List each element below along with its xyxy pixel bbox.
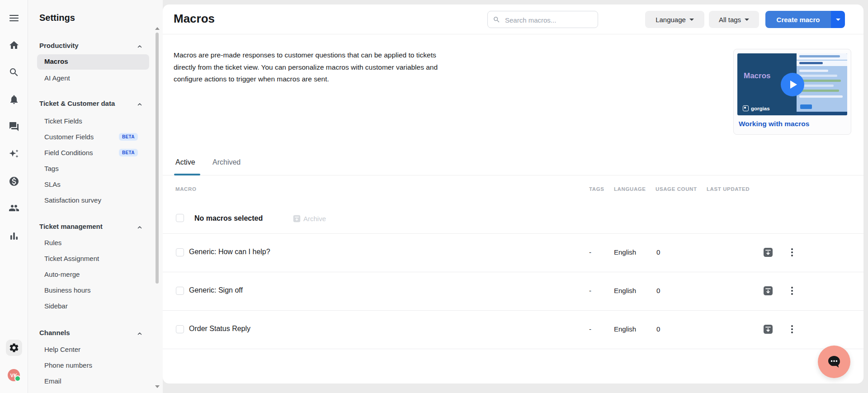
beta-badge: BETA	[119, 133, 138, 141]
cell-usage-count: 0	[656, 287, 660, 294]
brand-watermark: gorgias	[743, 105, 770, 111]
description-line: directly from the ticket view. You can p…	[174, 62, 438, 74]
tags-filter-button[interactable]: All tags	[709, 11, 759, 28]
sidebar-item-satisfaction-survey[interactable]: Satisfaction survey	[44, 195, 101, 205]
archive-icon	[763, 286, 773, 296]
chevron-down-icon	[836, 19, 840, 21]
cell-usage-count: 0	[656, 248, 660, 256]
statistics-chart-icon[interactable]	[9, 231, 19, 241]
sidebar-item-slas[interactable]: SLAs	[44, 179, 61, 189]
sidebar-item-help-center[interactable]: Help Center	[44, 344, 80, 355]
chevron-up-icon[interactable]	[137, 224, 142, 229]
play-button[interactable]	[781, 73, 804, 96]
sidebar-item-tags[interactable]: Tags	[44, 163, 59, 174]
sidebar-item-customer-fields[interactable]: Customer Fields	[44, 132, 94, 142]
create-macro-button[interactable]: Create macro	[765, 11, 831, 28]
conversations-icon[interactable]	[9, 121, 19, 132]
page-title: Macros	[174, 12, 215, 26]
row-menu-kebab-icon[interactable]	[789, 248, 795, 257]
row-checkbox[interactable]	[176, 325, 184, 333]
video-thumbnail[interactable]: Macros gorgias	[737, 53, 847, 115]
create-macro-dropdown-button[interactable]	[831, 11, 845, 28]
sidebar-item-phone-numbers[interactable]: Phone numbers	[44, 360, 92, 370]
macro-row-name[interactable]: Order Status Reply	[189, 325, 250, 333]
chat-widget-launcher[interactable]	[818, 346, 850, 378]
macro-row-name[interactable]: Generic: Sign off	[189, 286, 243, 294]
search-macros-box	[487, 11, 598, 28]
column-header-language: LANGUAGE	[614, 186, 646, 192]
archive-row-button[interactable]	[763, 286, 773, 296]
settings-gear-button[interactable]	[6, 340, 22, 356]
column-header-macro: MACRO	[175, 186, 196, 192]
sidebar-item-auto-merge[interactable]: Auto-merge	[44, 269, 80, 279]
notifications-bell-icon[interactable]	[9, 94, 19, 105]
sidebar-item-ticket-assignment[interactable]: Ticket Assignment	[44, 253, 99, 264]
row-divider	[163, 310, 863, 311]
search-macros-input[interactable]	[504, 12, 596, 28]
scrollbar-up-arrow[interactable]	[155, 27, 160, 30]
column-header-tags: TAGS	[589, 186, 604, 192]
ai-sparkles-icon[interactable]	[9, 148, 19, 159]
macro-row-name[interactable]: Generic: How can I help?	[189, 248, 270, 256]
billing-dollar-icon[interactable]	[9, 176, 19, 187]
sidebar-item-business-hours[interactable]: Business hours	[44, 285, 91, 295]
language-filter-button[interactable]: Language	[645, 11, 704, 28]
section-header-ticket-management: Ticket management	[39, 223, 103, 230]
video-caption-link[interactable]: Working with macros	[739, 120, 809, 128]
row-divider	[163, 349, 863, 349]
sidebar-item-rules[interactable]: Rules	[44, 237, 61, 248]
scrollbar-down-arrow[interactable]	[155, 385, 160, 388]
row-menu-kebab-icon[interactable]	[789, 286, 795, 295]
chevron-up-icon[interactable]	[137, 43, 142, 48]
help-video-card: Macros gorgias Working with macros	[733, 49, 851, 135]
cell-tags: -	[589, 287, 591, 294]
bulk-archive-button[interactable]: Archive	[293, 215, 326, 223]
play-icon	[790, 80, 797, 89]
row-divider	[163, 233, 863, 234]
chevron-up-icon[interactable]	[137, 101, 142, 106]
sidebar-item-sidebar[interactable]: Sidebar	[44, 301, 68, 311]
tabs-divider	[163, 175, 863, 175]
row-checkbox[interactable]	[176, 248, 184, 256]
sidebar-item-email[interactable]: Email	[44, 376, 61, 386]
column-header-usage-count: USAGE COUNT	[656, 186, 697, 192]
macros-description: Macros are pre-made responses to custome…	[174, 49, 438, 85]
row-checkbox[interactable]	[176, 287, 184, 295]
gorgias-logo-icon	[743, 105, 749, 111]
search-icon[interactable]	[9, 67, 19, 78]
sidebar-item-ai-agent[interactable]: AI Agent	[44, 73, 70, 83]
chevron-up-icon[interactable]	[137, 330, 142, 336]
online-status-dot	[14, 375, 21, 382]
tab-active[interactable]: Active	[175, 158, 195, 166]
customers-people-icon[interactable]	[8, 203, 19, 213]
tags-filter-label: All tags	[719, 16, 741, 24]
sidebar-item-field-conditions[interactable]: Field Conditions	[44, 147, 93, 158]
archive-icon	[293, 215, 301, 223]
user-avatar[interactable]: VK	[8, 369, 20, 381]
settings-sidebar: Settings Productivity Macros AI Agent Ti…	[28, 0, 163, 393]
menu-icon[interactable]	[9, 13, 19, 24]
sidebar-item-ticket-fields[interactable]: Ticket Fields	[44, 116, 82, 126]
brand-name: gorgias	[751, 106, 770, 111]
cell-tags: -	[589, 248, 591, 256]
cell-usage-count: 0	[656, 325, 660, 333]
scrollbar-thumb[interactable]	[156, 33, 159, 284]
mock-bottom-strip	[797, 112, 847, 115]
mock-send-button	[800, 104, 812, 109]
sidebar-item-macros[interactable]: Macros	[37, 54, 149, 70]
description-line: configure actions to trigger when macros…	[174, 73, 438, 85]
tab-archived[interactable]: Archived	[212, 158, 241, 166]
section-header-ticket-customer-data: Ticket & Customer data	[39, 99, 115, 107]
archive-row-button[interactable]	[763, 247, 773, 257]
search-icon	[493, 16, 500, 24]
home-icon[interactable]	[9, 40, 19, 51]
cell-language: English	[614, 325, 636, 333]
select-all-checkbox[interactable]	[176, 214, 184, 222]
archive-icon	[763, 324, 773, 334]
section-header-productivity: Productivity	[39, 42, 79, 49]
archive-icon	[763, 247, 773, 257]
archive-row-button[interactable]	[763, 324, 773, 334]
row-menu-kebab-icon[interactable]	[789, 325, 795, 334]
create-macro-split-button: Create macro	[765, 11, 845, 28]
panel-header: Macros Language All tags Create macro	[163, 5, 863, 34]
